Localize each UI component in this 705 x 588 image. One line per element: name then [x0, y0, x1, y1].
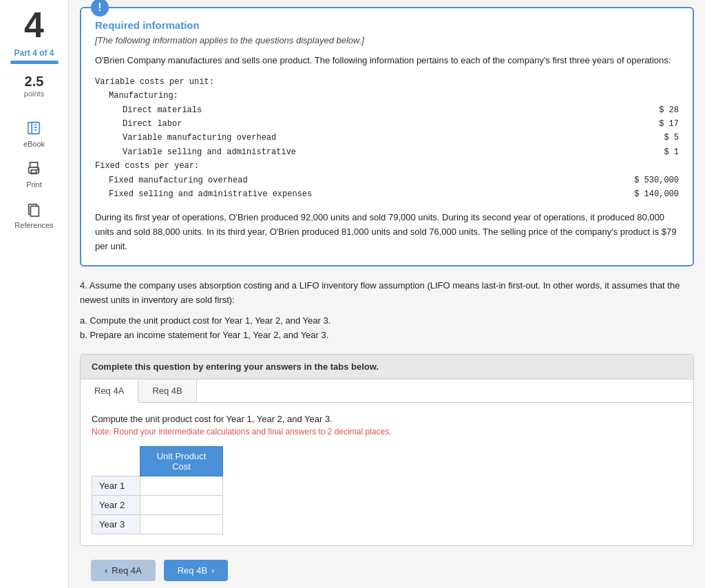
info-body: O'Brien Company manufactures and sells o… [95, 54, 679, 254]
next-label: Req 4B [178, 565, 207, 576]
input-year2[interactable] [142, 497, 218, 513]
part-indicator: Part 4 of 4 [14, 48, 54, 58]
cost-row: Fixed costs per year: [95, 159, 679, 173]
cost-label: Variable costs per unit: [95, 75, 214, 89]
progress-fill [10, 61, 59, 64]
empty-header [92, 446, 140, 476]
part-separator: of [39, 48, 50, 58]
points-label: points [24, 90, 44, 98]
info-title: Required information [95, 19, 679, 31]
table-row: Year 1 [92, 476, 223, 495]
tab-req4a[interactable]: Req 4A [81, 380, 138, 403]
input-cell-year2[interactable] [140, 495, 223, 514]
cost-value: $ 1 [610, 145, 679, 159]
cost-label: Variable selling and administrative [123, 145, 296, 159]
sidebar: 4 Part 4 of 4 2.5 points eBook [0, 0, 69, 588]
cost-value: $ 28 [610, 103, 679, 117]
prev-icon: ‹ [105, 565, 107, 576]
cost-row: Fixed manufacturing overhead $ 530,000 [95, 174, 679, 187]
next-icon: › [211, 565, 214, 576]
cost-value: $ 140,000 [610, 187, 679, 201]
complete-instruction: Complete this question by entering your … [92, 361, 379, 372]
row-label-year3: Year 3 [92, 514, 140, 534]
question-number: 4 [24, 7, 44, 43]
cost-label: Fixed manufacturing overhead [109, 174, 248, 187]
info-badge: ! [91, 0, 109, 17]
tab-instruction: Compute the unit product cost for Year 1… [92, 414, 682, 424]
sidebar-item-ebook[interactable]: eBook [23, 118, 45, 148]
info-subtitle: [The following information applies to th… [95, 35, 679, 45]
question-area: 4. Assume the company uses absorption co… [80, 279, 694, 343]
cost-label: Fixed costs per year: [95, 159, 199, 173]
input-cell-year1[interactable] [140, 476, 223, 495]
question-part-a: a. Compute the unit product cost for Yea… [80, 314, 694, 328]
book-icon [24, 118, 43, 138]
input-year3[interactable] [142, 516, 218, 532]
cost-row: Direct labor $ 17 [95, 117, 679, 131]
row-label-year1: Year 1 [92, 476, 140, 495]
sidebar-label-print: Print [26, 180, 42, 189]
tab-note: Note: Round your intermediate calculatio… [92, 427, 682, 437]
tab-header-bar: Complete this question by entering your … [81, 355, 693, 379]
tab-req4b[interactable]: Req 4B [138, 379, 196, 402]
sidebar-label-references: References [14, 221, 53, 229]
print-icon [24, 159, 43, 178]
table-row: Year 2 [92, 495, 223, 514]
copy-icon [24, 200, 43, 219]
points-value: 2.5 [25, 74, 44, 90]
cost-row: Variable costs per unit: [95, 75, 679, 89]
cost-value: $ 5 [610, 131, 679, 145]
cost-label: Direct labor [123, 117, 182, 131]
answer-table: Unit ProductCost Year 1 Year 2 [92, 446, 223, 534]
progress-bar [10, 61, 59, 64]
cost-row: Direct materials $ 28 [95, 103, 679, 117]
svg-rect-10 [31, 206, 39, 216]
question-main: 4. Assume the company uses absorption co… [80, 279, 694, 308]
part-total: 4 [50, 48, 54, 58]
cost-label: Fixed selling and administrative expense… [109, 187, 312, 201]
nav-buttons: ‹ Req 4A Req 4B › [80, 560, 694, 581]
info-narrative: During its first year of operations, O'B… [95, 211, 679, 253]
cost-label: Variable manufacturing overhead [123, 131, 276, 145]
cost-row: Variable selling and administrative $ 1 [95, 145, 679, 159]
question-parts: a. Compute the unit product cost for Yea… [80, 314, 694, 343]
input-cell-year3[interactable] [140, 514, 223, 534]
cost-value [610, 75, 679, 89]
sidebar-item-references[interactable]: References [14, 200, 53, 229]
cost-value [610, 159, 679, 173]
cost-value: $ 17 [610, 117, 679, 131]
table-header-unit-product-cost: Unit ProductCost [140, 446, 223, 476]
cost-row: Manufacturing: [95, 89, 679, 103]
svg-rect-7 [32, 170, 36, 174]
cost-label: Direct materials [123, 103, 202, 117]
row-label-year2: Year 2 [92, 495, 140, 514]
svg-rect-0 [28, 123, 40, 134]
question-part-b: b. Prepare an income statement for Year … [80, 328, 694, 343]
sidebar-nav: eBook Print References [14, 118, 53, 229]
info-box: ! Required information [The following in… [80, 7, 694, 266]
cost-value [610, 89, 679, 103]
cost-label: Manufacturing: [109, 89, 178, 103]
input-year1[interactable] [142, 478, 218, 494]
tabs-row: Req 4A Req 4B [81, 379, 693, 403]
cost-value: $ 530,000 [610, 174, 679, 187]
tab-section: Complete this question by entering your … [80, 354, 694, 546]
svg-point-8 [38, 169, 39, 170]
sidebar-label-ebook: eBook [23, 140, 45, 148]
part-text: Part [14, 48, 30, 58]
next-button[interactable]: Req 4B › [164, 560, 229, 581]
sidebar-item-print[interactable]: Print [24, 159, 43, 189]
cost-row: Fixed selling and administrative expense… [95, 187, 679, 201]
part-current: 4 [32, 48, 37, 58]
tab-content-req4a: Compute the unit product cost for Year 1… [81, 403, 693, 545]
svg-rect-5 [30, 162, 38, 167]
prev-button[interactable]: ‹ Req 4A [91, 560, 156, 581]
cost-row: Variable manufacturing overhead $ 5 [95, 131, 679, 145]
info-body-text: O'Brien Company manufactures and sells o… [95, 54, 679, 68]
main-content: ! Required information [The following in… [69, 0, 705, 588]
table-row: Year 3 [92, 514, 223, 534]
cost-table: Variable costs per unit: Manufacturing: … [95, 75, 679, 202]
prev-label: Req 4A [112, 565, 141, 576]
